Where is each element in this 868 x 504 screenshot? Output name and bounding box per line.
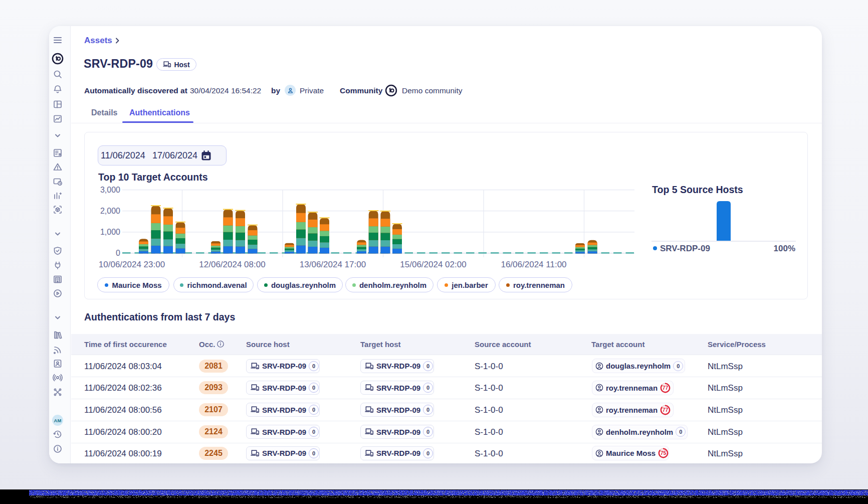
svg-text:15/06/2024 02:00: 15/06/2024 02:00 [400,260,466,269]
svg-text:13/06/2024 17:00: 13/06/2024 17:00 [300,260,366,269]
svg-text:16/06/2024 11:00: 16/06/2024 11:00 [501,260,566,269]
svg-text:75: 75 [661,450,667,456]
svg-text:12/06/2024 08:00: 12/06/2024 08:00 [199,260,265,269]
svg-text:10/06/2024 23:00: 10/06/2024 23:00 [99,260,165,269]
svg-text:77: 77 [663,385,669,391]
svg-text:2,000: 2,000 [100,207,120,215]
svg-text:1,000: 1,000 [100,228,120,236]
svg-text:0: 0 [116,249,120,257]
svg-text:77: 77 [663,407,669,413]
svg-text:3,000: 3,000 [100,186,120,194]
